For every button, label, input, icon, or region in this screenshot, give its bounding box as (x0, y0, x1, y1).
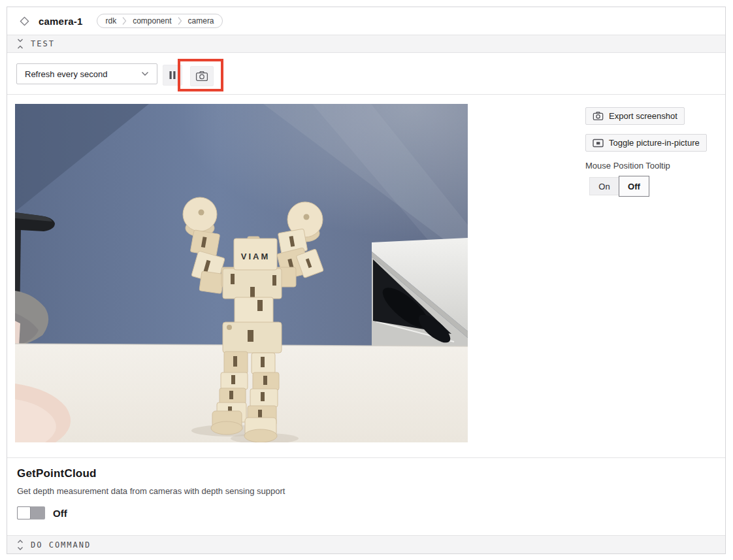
picture-in-picture-icon (593, 139, 604, 148)
component-title: camera-1 (39, 16, 82, 27)
test-section-label: TEST (31, 39, 55, 48)
tooltip-off-button[interactable]: Off (619, 176, 649, 197)
breadcrumb-rdk: rdk (105, 16, 116, 25)
do-command-section-header[interactable]: DO COMMAND (7, 535, 725, 553)
stream-toolbar: Refresh every second (7, 53, 725, 95)
toggle-knob (17, 506, 31, 519)
robot-logo-text: VIAM (241, 252, 270, 261)
get-point-cloud-section: GetPointCloud Get depth measurement data… (7, 457, 725, 535)
toggle-pip-label: Toggle picture-in-picture (609, 138, 700, 148)
chevron-right-icon (178, 16, 182, 25)
do-command-section-label: DO COMMAND (31, 540, 91, 550)
refresh-rate-select[interactable]: Refresh every second (16, 63, 157, 84)
export-screenshot-button[interactable]: Export screenshot (585, 107, 685, 125)
camera-component-panel: camera-1 rdk component camera TEST Refre… (7, 7, 726, 554)
white-cabinet (372, 238, 468, 347)
component-header: camera-1 rdk component camera (7, 7, 725, 35)
breadcrumb: rdk component camera (97, 14, 222, 28)
collapse-vertical-icon (17, 39, 24, 49)
pause-stream-button[interactable] (163, 65, 182, 86)
camera-icon (593, 111, 604, 121)
pause-icon (169, 71, 176, 80)
point-cloud-toggle-switch[interactable] (17, 506, 45, 519)
refresh-rate-value: Refresh every second (25, 69, 107, 79)
camera-live-feed: VIAM (15, 104, 468, 442)
breadcrumb-camera: camera (188, 16, 214, 25)
tooltip-on-button[interactable]: On (589, 177, 619, 195)
expand-vertical-icon (17, 540, 24, 550)
export-screenshot-label: Export screenshot (609, 111, 677, 121)
mouse-position-tooltip-label: Mouse Position Tooltip (585, 161, 716, 171)
mouse-tooltip-toggle-group: On Off (589, 176, 716, 197)
get-point-cloud-description: Get depth measurement data from cameras … (17, 486, 725, 496)
toggle-pip-button[interactable]: Toggle picture-in-picture (585, 134, 707, 152)
viewer-controls: Export screenshot Toggle picture-in-pict… (585, 107, 716, 197)
camera-icon (195, 71, 208, 82)
breadcrumb-component: component (133, 16, 171, 25)
point-cloud-toggle-state: Off (53, 508, 67, 519)
chevron-right-icon (122, 16, 127, 25)
test-section-header[interactable]: TEST (7, 35, 725, 53)
chevron-down-icon (141, 71, 149, 76)
camera-test-content: VIAM (7, 95, 725, 457)
diamond-icon (20, 16, 29, 26)
screenshot-button[interactable] (190, 66, 214, 86)
get-point-cloud-title: GetPointCloud (17, 467, 725, 480)
